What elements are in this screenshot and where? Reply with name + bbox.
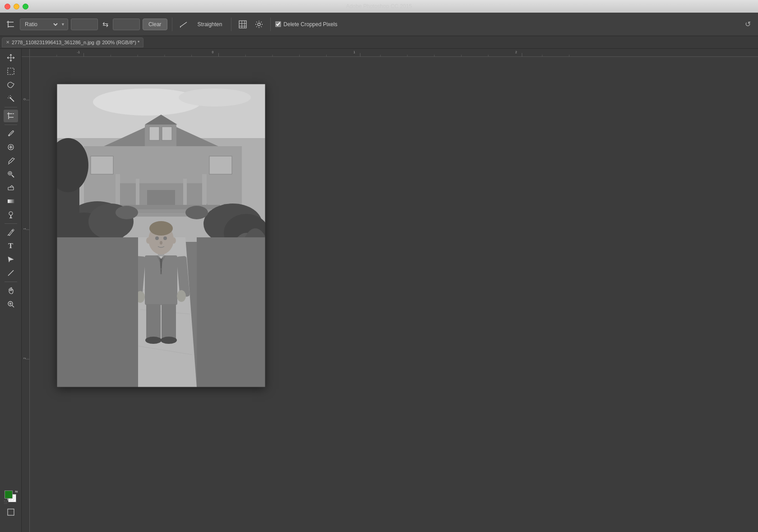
svg-point-10 <box>9 97 11 99</box>
lt-separator-1 <box>5 107 17 107</box>
toolbar: Ratio W x H x Resolution Original Ratio … <box>0 13 758 36</box>
app-title: Adobe Photoshop CC 2015 <box>346 3 412 9</box>
photo-image <box>57 84 265 387</box>
grid-icon[interactable] <box>236 19 250 30</box>
eyedropper-tool-btn[interactable] <box>4 127 18 140</box>
svg-rect-19 <box>8 187 14 190</box>
image-canvas <box>30 57 758 532</box>
clear-button[interactable]: Clear <box>143 19 167 30</box>
delete-cropped-pixels-group[interactable]: Delete Cropped Pixels <box>275 21 337 28</box>
lt-separator-3 <box>5 223 17 224</box>
maximize-button[interactable] <box>23 4 28 9</box>
traffic-lights <box>5 4 28 9</box>
svg-text:1: 1 <box>23 228 26 230</box>
marquee-tool-btn[interactable] <box>4 65 18 78</box>
svg-text:-1: -1 <box>77 51 80 54</box>
lt-separator-4 <box>5 282 17 282</box>
magic-wand-tool-btn[interactable] <box>4 92 18 105</box>
ruler-corner <box>22 49 30 57</box>
minimize-button[interactable] <box>14 4 19 9</box>
svg-text:2: 2 <box>515 51 517 54</box>
settings-icon[interactable] <box>252 19 266 30</box>
svg-rect-2 <box>239 21 246 28</box>
pen-tool-btn[interactable] <box>4 226 18 239</box>
close-button[interactable] <box>5 4 10 9</box>
straighten-icon[interactable] <box>177 19 190 30</box>
path-selection-tool-btn[interactable] <box>4 253 18 266</box>
straighten-label[interactable]: Straighten <box>193 19 227 30</box>
ruler-top: -1 0 1 2 <box>30 49 758 57</box>
ratio-dropdown[interactable]: Ratio W x H x Resolution Original Ratio … <box>20 19 68 30</box>
eraser-tool-btn[interactable] <box>4 181 18 194</box>
tab-close-icon[interactable]: ✕ <box>6 40 9 45</box>
left-toolbar: T <box>0 49 22 532</box>
canvas-area: -1 0 1 2 <box>22 49 758 532</box>
svg-point-21 <box>9 212 13 215</box>
svg-rect-8 <box>8 68 14 74</box>
tabbar: ✕ 2778_1108231996413_361286_n.jpg @ 200%… <box>0 36 758 49</box>
clone-tool-btn[interactable] <box>4 168 18 180</box>
brush-tool-btn[interactable] <box>4 154 18 167</box>
svg-line-25 <box>8 235 9 236</box>
svg-rect-20 <box>8 199 14 203</box>
reset-icon[interactable]: ↺ <box>741 19 754 30</box>
svg-line-28 <box>12 305 14 307</box>
svg-line-0 <box>180 22 187 27</box>
gradient-tool-btn[interactable] <box>4 195 18 208</box>
svg-line-16 <box>12 175 14 177</box>
delete-cropped-pixels-label: Delete Cropped Pixels <box>283 21 337 28</box>
tab-label: 2778_1108231996413_361286_n.jpg @ 200% (… <box>12 40 139 45</box>
main-area: T <box>0 49 758 532</box>
swap-icon[interactable]: ⇆ <box>101 20 110 28</box>
svg-rect-33 <box>8 509 14 515</box>
photo-container <box>57 84 265 387</box>
svg-point-7 <box>258 23 260 26</box>
shape-tool-btn[interactable] <box>4 267 18 279</box>
zoom-tool-btn[interactable] <box>4 298 18 310</box>
width-input[interactable] <box>71 19 98 30</box>
foreground-color-swatch[interactable] <box>5 490 13 499</box>
titlebar: Adobe Photoshop CC 2015 <box>0 0 758 13</box>
screen-mode-btn[interactable] <box>4 506 18 518</box>
svg-text:1: 1 <box>353 51 355 54</box>
healing-tool-btn[interactable] <box>4 141 18 153</box>
lt-separator-2 <box>5 125 17 125</box>
ruler-left: 0 1 2 <box>22 57 30 532</box>
svg-text:2: 2 <box>23 357 26 359</box>
document-tab[interactable]: ✕ 2778_1108231996413_361286_n.jpg @ 200%… <box>2 37 143 47</box>
height-input[interactable] <box>113 19 140 30</box>
move-tool-btn[interactable] <box>4 51 18 64</box>
crop-tool-btn[interactable] <box>4 110 18 122</box>
svg-line-26 <box>8 270 14 276</box>
delete-cropped-pixels-checkbox[interactable] <box>275 21 281 27</box>
type-tool-btn[interactable]: T <box>4 240 18 252</box>
lasso-tool-btn[interactable] <box>4 79 18 91</box>
svg-line-9 <box>10 98 14 102</box>
svg-rect-127 <box>57 84 265 387</box>
separator-3 <box>270 18 271 31</box>
dodge-tool-btn[interactable] <box>4 208 18 221</box>
svg-text:0: 0 <box>23 98 26 100</box>
ratio-select[interactable]: Ratio W x H x Resolution Original Ratio … <box>23 21 59 28</box>
svg-text:0: 0 <box>212 51 214 54</box>
crop-tool-icon[interactable] <box>4 18 17 31</box>
separator-1 <box>172 18 172 31</box>
separator-2 <box>231 18 231 31</box>
hand-tool-btn[interactable] <box>4 284 18 297</box>
